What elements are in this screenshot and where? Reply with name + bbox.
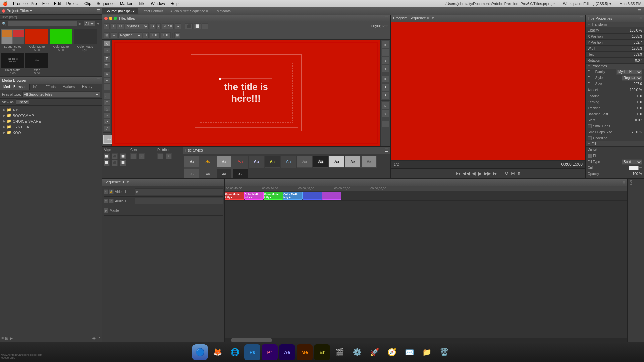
tool-right-10[interactable]: ☰ [382,120,389,128]
clip-green[interactable]: Color Matte icity ▸ [264,192,283,200]
font-style-select[interactable]: Regular [118,32,142,38]
tool-pen[interactable]: ✏ [103,71,111,77]
thumb-colormatte-black[interactable]: the title ishere!!! Color Matte 5;00 [1,53,24,75]
tool-text[interactable]: T [103,56,111,62]
media-loop-button[interactable]: ↺ [97,336,101,341]
menu-edit[interactable]: Edit [54,1,61,6]
thumb-colormatte-red[interactable]: Color Matte 5;00 [25,29,48,52]
style-item-7[interactable]: Aa [297,156,312,168]
project-close-button[interactable] [2,9,5,13]
style-item-15[interactable]: Aa [232,168,248,178]
track-eye-btn[interactable]: 👁 [104,189,108,194]
view-as-select[interactable]: List [16,99,29,105]
clip-blue[interactable] [303,192,322,200]
align-center-v-btn[interactable]: ⬛ [112,160,118,166]
style-item-8[interactable]: Aa [313,156,328,168]
font-family-prop-select[interactable]: Myriad He... [616,69,642,75]
style-item-3[interactable]: Aa [232,156,248,168]
transform-section-header[interactable]: ▼ Transform [586,22,644,27]
menu-sequence[interactable]: Sequence [97,1,115,6]
audio-mute-btn[interactable]: M [104,199,108,203]
center-v-btn[interactable]: ↕ [139,153,145,159]
underline-button[interactable]: U [143,32,149,38]
project-search-input[interactable] [8,21,77,26]
opacity-value[interactable]: 100.0 % [625,28,642,32]
properties-section-header[interactable]: ▼ Properties [586,64,644,69]
tool-right-4[interactable]: ⊕ [382,65,389,72]
dock-photoshop[interactable]: Ps [244,344,260,360]
play-backward-button[interactable]: ◀ [472,171,476,176]
menu-title[interactable]: Title [138,1,145,6]
track-lock-btn[interactable]: 🔒 [109,189,114,194]
timeline-sequence-tab[interactable]: Sequence 01 ▾ [104,180,129,184]
timeline-fit-btn[interactable]: ⊞ [623,180,625,184]
filter-icon[interactable]: ▼ [96,22,100,26]
small-caps-checkbox[interactable] [588,124,592,128]
tool-arc[interactable]: ◔ [103,119,111,125]
tool-right-3[interactable]: ↕ [382,57,389,64]
align-left-btn[interactable]: ⬜ [104,153,110,159]
style-item-2[interactable]: Aa [216,156,232,168]
title-styles-menu[interactable]: ☰ [385,148,388,153]
dock-launchpad[interactable]: 🚀 [366,344,382,360]
thumb-colormatte-green[interactable]: Color Matte 5;00 [50,29,72,52]
tab-metadata[interactable]: Metadata [213,8,234,14]
menu-window[interactable]: Window [151,1,165,6]
menu-file[interactable]: File [42,1,49,6]
source-panel-menu[interactable]: ☰ [635,9,644,13]
tool-wedge[interactable]: ◺ [103,106,111,112]
text-selection-handle[interactable] [219,78,221,80]
title-tool-select[interactable]: ↖ [104,23,110,29]
align-center-h-btn[interactable]: ⬛ [112,153,118,159]
baseline-shift-value[interactable]: 0.0 [625,112,642,116]
align-left-button[interactable]: ⬛ [185,23,193,29]
small-caps-size-value[interactable]: 75.0 % [625,130,642,134]
tab-history[interactable]: History [78,84,96,90]
timeline-scrollbar[interactable] [225,338,627,342]
clip-magenta[interactable]: Color Matte icity ▸ [244,192,264,200]
dock-flash[interactable]: 🎬 [331,344,347,360]
apple-menu[interactable]: 🍎 [3,1,8,6]
align-bottom-btn[interactable]: ⬜ [120,160,126,166]
tab-info[interactable]: Info [30,84,42,90]
color-picker-icon[interactable]: ✏ [639,166,642,170]
style-item-5[interactable]: Aa [265,156,280,168]
style-item-10[interactable]: Aa [345,156,361,168]
step-forward-button[interactable]: ⏭ [493,171,498,176]
title-canvas[interactable]: the title is here!!! [112,40,380,146]
folder-choice-share[interactable]: ▶ 📁 CHOICE SHARE [1,118,101,124]
tool-pen-add[interactable]: + [103,78,111,83]
superscript-button[interactable]: ▲ [175,23,181,29]
folder-koo[interactable]: ▶ 📁 KOO [1,130,101,135]
clip-red[interactable]: Color Matte icity ▸ [225,192,244,200]
tool-pen-delete[interactable]: - [103,84,111,90]
tab-media-browser[interactable]: Media Browser [0,84,30,90]
style-item-14[interactable]: Aa [216,168,232,178]
tool-rect[interactable]: ▭ [103,93,111,99]
tool-right-2[interactable]: ↔ [382,49,389,56]
style-item-11[interactable]: Aa [361,156,377,168]
fill-section-header[interactable]: ▼ Fill [586,141,644,147]
tool-ellipse[interactable]: ○ [103,112,111,118]
leading-input[interactable] [161,32,171,38]
tab-audio-mixer[interactable]: Audio Mixer: Sequence 01 [167,8,213,14]
bold-button[interactable]: B [150,23,155,29]
dist-horiz-btn[interactable]: ↔ [157,153,163,159]
folder-40s[interactable]: ▶ 📁 40S [1,107,101,113]
width-value[interactable]: 1208.3 [625,47,642,50]
menu-clip[interactable]: Clip [84,1,91,6]
title-tool-text-vert[interactable]: T↕ [117,23,124,29]
thumb-sequence01[interactable]: Sequence 01 15;00 [1,29,24,52]
font-size-value[interactable]: 207.0 [625,82,642,86]
center-h-btn[interactable]: ↔ [130,153,137,159]
dock-chrome[interactable]: 🌐 [227,344,243,360]
kerning-input[interactable] [150,32,160,38]
kerning-value[interactable]: 0.0 [625,100,642,104]
dock-finder[interactable]: 🔵 [192,344,208,360]
font-family-select[interactable]: Myriad H... [125,23,149,29]
underline-checkbox[interactable] [588,136,592,140]
dock-aftereffects[interactable]: Ae [279,344,295,360]
menu-help[interactable]: Help [170,1,179,6]
leading-value[interactable]: 0.0 [625,94,642,98]
step-backward-button[interactable]: ◀◀ [463,171,470,176]
